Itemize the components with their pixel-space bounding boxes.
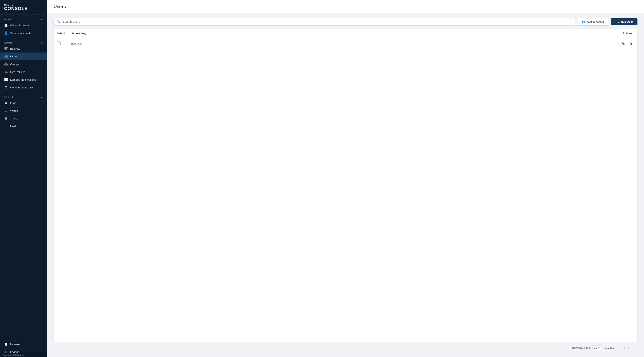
sidebar-item-service-accounts-label: Service Accounts (10, 32, 32, 35)
license-icon: 📋 (4, 342, 8, 346)
row-checkbox-cell[interactable] (54, 38, 68, 50)
object-browser-icon: 📄 (4, 24, 8, 27)
pagination-bar: Rows per page: 10 ▼ 1-1 of 1 ⟨| ‹ › |⟩ (54, 342, 638, 352)
sidebar-item-users-label: Users (10, 55, 18, 58)
sidebar-item-iam-policies[interactable]: 🔖 IAM Policies (0, 68, 47, 76)
page-title: Users (54, 4, 638, 10)
sidebar-item-lambda-notifications[interactable]: 📊 Lambda Notifications (0, 76, 47, 84)
first-page-button[interactable]: ⟨| (617, 345, 622, 350)
rows-per-page: Rows per page: 10 ▼ (572, 345, 602, 350)
groups-icon: 👫 (4, 62, 8, 66)
sidebar-item-logs-label: Logs (10, 102, 16, 104)
last-page-button[interactable]: |⟩ (631, 345, 636, 350)
main-header: Users (47, 0, 644, 13)
sidebar-item-users[interactable]: 👥 Users (0, 52, 47, 60)
rows-per-page-label: Rows per page: (572, 346, 591, 349)
users-table: Select Access Key Actions (54, 29, 637, 49)
page-info: 1-1 of 1 (605, 346, 614, 349)
add-to-group-button[interactable]: 👥 Add To Group (577, 18, 608, 26)
chevron-up-icon-admin: ▲ (41, 42, 43, 44)
col-actions: Actions (362, 29, 637, 38)
buckets-icon: 🪣 (4, 47, 8, 50)
search-icon: 🔍 (56, 20, 61, 24)
sidebar-item-watch-label: Watch (10, 109, 18, 112)
sidebar-item-service-accounts[interactable]: 👤 Service Accounts (0, 29, 47, 37)
sidebar-section-tools-header: TOOLS ▲ (0, 94, 47, 99)
sidebar-item-license-label: License (10, 343, 20, 346)
watch-icon: ⊡ (4, 109, 8, 112)
sidebar-item-buckets-label: Buckets (10, 47, 20, 50)
sidebar-item-object-browser-label: Object Browser (10, 24, 29, 27)
view-icon: 🔖 (621, 42, 626, 46)
row-access-key: benjamin (71, 42, 82, 45)
sidebar-item-object-browser[interactable]: 📄 Object Browser (0, 22, 47, 29)
logo: MIN IO CONSOLE (0, 0, 47, 14)
search-box: 🔍 (54, 18, 575, 26)
rows-per-page-select[interactable]: 10 ▼ (592, 345, 602, 350)
next-page-button[interactable]: › (627, 345, 630, 350)
table-row: benjamin 🔖 🗑 (54, 38, 637, 50)
status-bar-text: localhost:5000/groups (2, 354, 24, 356)
col-access-key: Access Key (68, 29, 362, 38)
sidebar-item-heal-label: Heal (10, 125, 16, 128)
sidebar-item-groups[interactable]: 👫 Groups (0, 60, 47, 68)
configurations-list-icon: ☰ (4, 86, 8, 89)
sidebar-item-iam-policies-label: IAM Policies (10, 70, 25, 74)
logs-icon: ▣ (4, 101, 8, 105)
sidebar-section-user: USER ▲ 📄 Object Browser 👤 Service Accoun… (0, 14, 47, 38)
sidebar-item-trace[interactable]: ⊞ Trace (0, 114, 47, 122)
chevron-up-icon-tools: ▲ (41, 96, 43, 98)
row-action-icons: 🔖 🗑 (366, 41, 633, 46)
row-actions-cell: 🔖 🗑 (362, 38, 637, 50)
sidebar-item-watch[interactable]: ⊡ Watch (0, 107, 47, 114)
delete-user-button[interactable]: 🗑 (628, 41, 633, 46)
create-user-button[interactable]: + Create User (611, 18, 638, 25)
delete-icon: 🗑 (629, 42, 632, 46)
logo-main: CONSOLE (4, 6, 43, 11)
users-table-container: Select Access Key Actions (54, 29, 638, 342)
trace-icon: ⊞ (4, 116, 8, 120)
users-icon: 👥 (4, 54, 8, 58)
row-access-key-cell: benjamin (68, 38, 362, 50)
heal-icon: ✦ (4, 124, 8, 128)
chevron-up-icon: ▲ (41, 18, 43, 21)
main-content-area: Users 🔍 👥 Add To Group + Create User (47, 0, 644, 357)
create-user-label: + Create User (615, 20, 633, 23)
main-content: 🔍 👥 Add To Group + Create User Select (47, 13, 644, 357)
toolbar: 🔍 👥 Add To Group + Create User (54, 18, 638, 26)
sidebar-section-tools: TOOLS ▲ ▣ Logs ⊡ Watch ⊞ Trace ✦ Heal (0, 92, 47, 131)
iam-policies-icon: 🔖 (4, 70, 8, 74)
sidebar-item-trace-label: Trace (10, 117, 17, 120)
rows-per-page-value: 10 (594, 346, 597, 349)
sidebar-section-admin-header: ADMIN ▲ (0, 40, 47, 45)
sidebar: MIN IO CONSOLE USER ▲ 📄 Object Browser 👤… (0, 0, 47, 357)
sidebar-item-heal[interactable]: ✦ Heal (0, 122, 47, 130)
sidebar-item-groups-label: Groups (10, 63, 19, 66)
col-select: Select (54, 29, 68, 38)
sidebar-item-logs[interactable]: ▣ Logs (0, 99, 47, 107)
rows-per-page-dropdown-icon: ▼ (598, 346, 600, 349)
service-accounts-icon: 👤 (4, 31, 8, 35)
sidebar-section-user-label: USER (4, 18, 12, 21)
sidebar-item-license[interactable]: 📋 License (0, 340, 47, 348)
prev-page-button[interactable]: ‹ (622, 345, 626, 350)
add-to-group-label: Add To Group (587, 20, 604, 23)
table-body: benjamin 🔖 🗑 (54, 38, 637, 50)
sidebar-section-tools-label: TOOLS (4, 96, 13, 98)
view-user-button[interactable]: 🔖 (620, 41, 626, 46)
status-bar: localhost:5000/groups (0, 353, 47, 357)
sidebar-section-user-header: USER ▲ (0, 16, 47, 22)
lambda-notifications-icon: 📊 (4, 78, 8, 82)
table-header: Select Access Key Actions (54, 29, 637, 38)
sidebar-item-configurations-list[interactable]: ☰ Configurations List (0, 84, 47, 91)
sidebar-section-admin: ADMIN ▲ 🪣 Buckets 👥 Users 👫 Groups 🔖 IAM… (0, 38, 47, 92)
page-navigation: ⟨| ‹ › |⟩ (617, 345, 636, 350)
sidebar-item-lambda-notifications-label: Lambda Notifications (10, 78, 36, 81)
row-checkbox[interactable] (57, 42, 61, 45)
search-input[interactable] (63, 20, 572, 23)
sidebar-item-buckets[interactable]: 🪣 Buckets (0, 45, 47, 52)
sidebar-item-configurations-list-label: Configurations List (10, 86, 33, 89)
add-group-icon: 👥 (582, 20, 586, 24)
sidebar-section-admin-label: ADMIN (4, 42, 13, 44)
